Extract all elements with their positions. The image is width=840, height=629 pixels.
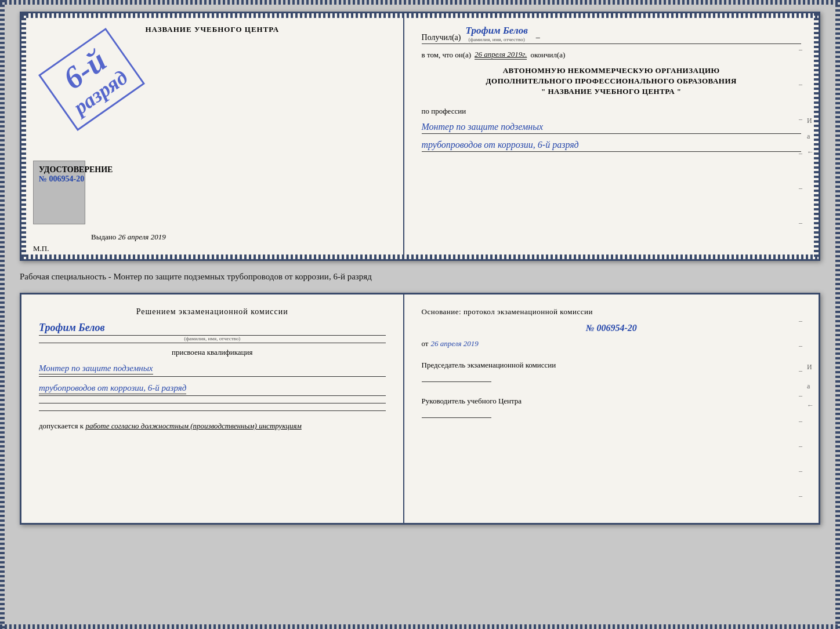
cert-bottom-left: Решением экзаменационной комиссии Трофим…: [21, 294, 404, 523]
org-block: АВТОНОМНУЮ НЕКОММЕРЧЕСКУЮ ОРГАНИЗАЦИЮ ДО…: [422, 66, 801, 97]
corner-а-bottom: а: [807, 382, 814, 391]
vydano-label: Выдано: [91, 232, 116, 241]
vydano-line: Выдано 26 апреля 2019: [91, 232, 166, 242]
profession-line1-wrap: Монтер по защите подземных: [422, 122, 801, 134]
profession-line1: Монтер по защите подземных: [422, 122, 544, 132]
dashes-right-bottom: – – – – – – – –: [799, 294, 802, 523]
cert-title: НАЗВАНИЕ УЧЕБНОГО ЦЕНТРА: [145, 25, 279, 34]
bottom-profession-line2: трубопроводов от коррозии, 6-й разряд: [39, 383, 186, 394]
ot-date: 26 апреля 2019: [431, 339, 479, 348]
org-line3: " НАЗВАНИЕ УЧЕБНОГО ЦЕНТРА ": [422, 86, 801, 97]
dopusk-label: допускается к: [39, 421, 84, 430]
predsedatel-sign-line: [422, 381, 491, 382]
poluchil-label: Получил(а): [422, 33, 461, 42]
vtom-label: в том, что он(а): [422, 50, 472, 60]
okonchil-label: окончил(а): [530, 50, 565, 60]
mp-label: М.П.: [33, 244, 49, 253]
poluchil-name-wrapper: Трофим Белов (фамилия, имя, отчество): [466, 25, 528, 42]
cert-bottom-right: Основание: протокол экзаменационной коми…: [404, 294, 819, 523]
rukovoditel-label: Руководитель учебного Центра: [422, 396, 801, 406]
poluchil-sub: (фамилия, имя, отчество): [466, 37, 528, 42]
middle-text: Рабочая специальность - Монтер по защите…: [20, 268, 820, 286]
bottom-certificate: Решением экзаменационной комиссии Трофим…: [20, 293, 820, 525]
bottom-prof-line2-wrap: трубопроводов от коррозии, 6-й разряд: [39, 381, 386, 397]
sep-line-2: [39, 410, 386, 411]
udostoverenie-block: УДОСТОВЕРЕНИЕ № 006954-20: [39, 165, 113, 184]
bottom-name-wrap: Трофим Белов (фамилия, имя, отчество): [39, 322, 386, 343]
dopusk-block: допускается к работе согласно должностны…: [39, 421, 386, 431]
rukovoditel-block: Руководитель учебного Центра: [422, 396, 801, 420]
prisvoena-label: присвоена квалификация: [39, 348, 386, 357]
middle-text-content: Рабочая специальность - Монтер по защите…: [20, 272, 372, 281]
protocol-num: № 006954-20: [422, 323, 801, 333]
corner-И-bottom: И: [807, 363, 814, 372]
corner-И: И: [807, 117, 814, 125]
ot-prefix: от: [422, 339, 429, 348]
vydano-date: 26 апреля 2019: [118, 232, 166, 241]
udostoverenie-label: УДОСТОВЕРЕНИЕ: [39, 165, 113, 174]
org-line1: АВТОНОМНУЮ НЕКОММЕРЧЕСКУЮ ОРГАНИЗАЦИЮ: [422, 66, 801, 76]
profession-line2-wrap: трубопроводов от коррозии, 6-й разряд: [422, 140, 801, 152]
predsedatel-label: Председатель экзаменационной комиссии: [422, 360, 801, 370]
corner-marks-top: И а ←: [807, 117, 814, 157]
rukovoditel-sign-line: [422, 417, 491, 418]
bottom-profession-line1: Монтер по защите подземных: [39, 363, 153, 375]
corner-arrow-bottom: ←: [807, 401, 814, 410]
predsedatel-block: Председатель экзаменационной комиссии: [422, 360, 801, 384]
bottom-name: Трофим Белов: [39, 322, 386, 336]
vtom-date: 26 апреля 2019г.: [475, 50, 527, 60]
cert-top-right: Получил(а) Трофим Белов (фамилия, имя, о…: [404, 13, 819, 259]
ot-date-line: от 26 апреля 2019: [422, 339, 801, 348]
dopusk-value: работе согласно должностным (производств…: [85, 421, 301, 430]
top-certificate: НАЗВАНИЕ УЧЕБНОГО ЦЕНТРА 6-й разряд УДОС…: [20, 12, 820, 261]
dashes-right-top: – – – – – –: [799, 13, 802, 259]
decision-title: Решением экзаменационной комиссии: [39, 306, 386, 318]
corner-а: а: [807, 132, 814, 141]
profession-line2: трубопроводов от коррозии, 6-й разряд: [422, 140, 579, 150]
bottom-name-sub: (фамилия, имя, отчество): [39, 336, 386, 341]
osnov-title: Основание: протокол экзаменационной коми…: [422, 306, 801, 318]
udostoverenie-num: № 006954-20: [39, 174, 113, 184]
sep-line-1: [39, 403, 386, 403]
corner-arrow: ←: [807, 148, 814, 157]
bottom-prof-line1-wrap: Монтер по защите подземных: [39, 362, 386, 377]
cert-top-left: НАЗВАНИЕ УЧЕБНОГО ЦЕНТРА 6-й разряд УДОС…: [21, 13, 404, 259]
corner-marks-bottom: И а ←: [807, 363, 814, 410]
org-line2: ДОПОЛНИТЕЛЬНОГО ПРОФЕССИОНАЛЬНОГО ОБРАЗО…: [422, 76, 801, 86]
poluchil-name: Трофим Белов: [466, 25, 528, 37]
po-professii-label: по профессии: [422, 107, 801, 116]
vtom-line: в том, что он(а) 26 апреля 2019г. окончи…: [422, 50, 801, 60]
poluchil-line: Получил(а) Трофим Белов (фамилия, имя, о…: [422, 25, 801, 44]
